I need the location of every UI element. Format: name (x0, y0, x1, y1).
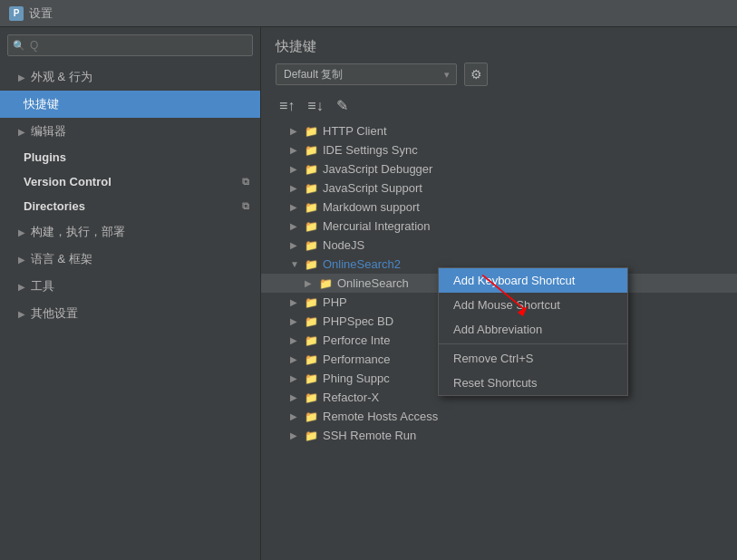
chevron-icon: ▶ (290, 297, 305, 307)
sidebar-list: ▶ 外观 & 行为 快捷键 ▶ 编辑器 Plugins Version Co (0, 63, 260, 560)
tree-item-label: JavaScript Support (323, 181, 722, 195)
chevron-icon: ▶ (290, 183, 305, 193)
tree-item-js-support[interactable]: ▶ 📁 JavaScript Support (261, 179, 737, 198)
context-menu-item-remove[interactable]: Remove Ctrl+S (439, 346, 627, 371)
main-container: 🔍 ▶ 外观 & 行为 快捷键 ▶ 编辑器 Plugins (0, 27, 737, 560)
profile-row: Default 复制 ⚙ (261, 63, 737, 95)
tree-item-label: JavaScript Debugger (323, 162, 722, 176)
chevron-icon: ▶ (290, 240, 305, 250)
sidebar-item-languages[interactable]: ▶ 语言 & 框架 (0, 246, 260, 273)
folder-icon: 📁 (319, 277, 333, 290)
search-icon: 🔍 (13, 40, 25, 52)
tree-item-http-client[interactable]: ▶ 📁 HTTP Client (261, 121, 737, 140)
tree-item-js-debugger[interactable]: ▶ 📁 JavaScript Debugger (261, 159, 737, 179)
chevron-icon: ▶ (18, 227, 25, 237)
chevron-icon: ▼ (290, 259, 305, 269)
import-button[interactable]: ≡↓ (304, 96, 326, 116)
context-menu: Add Keyboard Shortcut Add Mouse Shortcut… (438, 267, 628, 396)
content-title: 快捷键 (261, 27, 737, 63)
chevron-icon: ▶ (18, 255, 25, 265)
context-menu-item-reset[interactable]: Reset Shortcuts (439, 371, 627, 395)
sidebar-item-plugins[interactable]: Plugins (0, 145, 260, 169)
tree-item-label: IDE Settings Sync (323, 143, 722, 157)
folder-icon: 📁 (305, 239, 318, 252)
edit-button[interactable]: ✎ (333, 95, 352, 116)
folder-icon: 📁 (305, 353, 318, 366)
sidebar-item-label: Directories (24, 199, 85, 213)
tree-item-nodejs[interactable]: ▶ 📁 NodeJS (261, 236, 737, 255)
copy-icon: ⧉ (242, 176, 249, 188)
sidebar-item-label: 构建，执行，部署 (31, 224, 125, 240)
folder-icon: 📁 (305, 201, 318, 214)
profile-select-wrapper: Default 复制 (276, 63, 457, 85)
chevron-icon: ▶ (305, 278, 319, 288)
tree-item-remote-hosts[interactable]: ▶ 📁 Remote Hosts Access (261, 407, 737, 426)
chevron-icon: ▶ (18, 282, 25, 292)
sidebar-item-directories[interactable]: Directories ⧉ (0, 194, 260, 218)
folder-icon: 📁 (305, 391, 318, 404)
copy-icon: ⧉ (242, 200, 249, 212)
chevron-icon: ▶ (290, 221, 305, 231)
folder-icon: 📁 (305, 220, 318, 233)
chevron-icon: ▶ (18, 127, 25, 137)
app-icon: P (9, 6, 24, 21)
sidebar-item-label: Plugins (24, 150, 66, 164)
tree-item-label: Remote Hosts Access (323, 410, 722, 423)
tree-item-label: Mercurial Integration (323, 219, 722, 233)
sidebar-item-label: 外观 & 行为 (31, 69, 92, 85)
folder-icon: 📁 (305, 296, 318, 309)
chevron-icon: ▶ (18, 309, 25, 319)
sidebar-item-build[interactable]: ▶ 构建，执行，部署 (0, 218, 260, 246)
content-area: 快捷键 Default 复制 ⚙ ≡↑ ≡↓ ✎ ▶ 📁 HTTP Client (261, 27, 737, 560)
profile-select[interactable]: Default 复制 (276, 63, 457, 85)
sidebar-item-label: 工具 (31, 278, 54, 294)
tree-item-label: SSH Remote Run (323, 429, 722, 442)
tree-item-label: Markdown support (323, 200, 722, 214)
folder-icon: 📁 (305, 182, 318, 195)
chevron-icon: ▶ (290, 430, 305, 440)
folder-icon: 📁 (305, 163, 318, 176)
sidebar-item-appearance[interactable]: ▶ 外观 & 行为 (0, 63, 260, 91)
folder-icon: 📁 (305, 410, 318, 423)
tree-item-ide-sync[interactable]: ▶ 📁 IDE Settings Sync (261, 140, 737, 159)
context-menu-item-add-abbreviation[interactable]: Add Abbreviation (439, 317, 627, 342)
chevron-icon: ▶ (290, 164, 305, 174)
folder-icon: 📁 (305, 430, 318, 442)
export-button[interactable]: ≡↑ (276, 96, 298, 116)
sidebar-item-vcs[interactable]: Version Control ⧉ (0, 169, 260, 194)
sidebar-item-other[interactable]: ▶ 其他设置 (0, 300, 260, 327)
context-menu-item-add-mouse[interactable]: Add Mouse Shortcut (439, 293, 627, 317)
title-text: 设置 (29, 5, 53, 22)
tree-item-mercurial[interactable]: ▶ 📁 Mercurial Integration (261, 217, 737, 236)
context-menu-item-add-keyboard[interactable]: Add Keyboard Shortcut (439, 268, 627, 293)
sidebar-item-label: 其他设置 (31, 305, 78, 322)
sidebar-item-keymap[interactable]: 快捷键 (0, 91, 260, 118)
tree-item-markdown[interactable]: ▶ 📁 Markdown support (261, 198, 737, 217)
chevron-icon: ▶ (290, 373, 305, 383)
sidebar-item-tools[interactable]: ▶ 工具 (0, 273, 260, 300)
chevron-icon: ▶ (290, 392, 305, 402)
folder-icon: 📁 (305, 334, 318, 347)
folder-icon: 📁 (305, 144, 318, 157)
chevron-icon: ▶ (290, 335, 305, 345)
chevron-icon: ▶ (290, 145, 305, 155)
search-box: 🔍 (7, 34, 253, 56)
tree-item-label: HTTP Client (323, 124, 722, 138)
folder-icon: 📁 (305, 315, 318, 328)
chevron-icon: ▶ (290, 202, 305, 212)
title-bar: P 设置 (0, 0, 737, 27)
tree-item-ssh[interactable]: ▶ 📁 SSH Remote Run (261, 426, 737, 445)
chevron-icon: ▶ (18, 72, 25, 82)
toolbar-row: ≡↑ ≡↓ ✎ (261, 95, 737, 121)
folder-icon: 📁 (305, 372, 318, 385)
sidebar: 🔍 ▶ 外观 & 行为 快捷键 ▶ 编辑器 Plugins (0, 27, 261, 560)
search-input[interactable] (7, 34, 253, 56)
sidebar-item-label: Version Control (24, 175, 112, 188)
sidebar-item-editor[interactable]: ▶ 编辑器 (0, 118, 260, 145)
folder-icon: 📁 (305, 258, 318, 271)
chevron-icon: ▶ (290, 126, 305, 136)
chevron-icon: ▶ (290, 354, 305, 364)
gear-button[interactable]: ⚙ (464, 63, 488, 86)
context-menu-divider (439, 343, 627, 344)
sidebar-item-label: 快捷键 (24, 96, 59, 112)
